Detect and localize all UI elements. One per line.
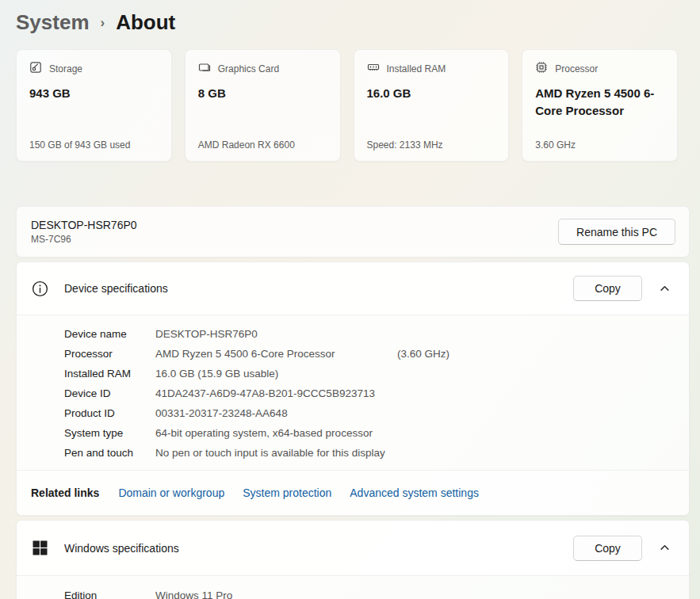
spec-value: DESKTOP-HSR76P0	[155, 328, 258, 340]
info-icon	[31, 280, 48, 297]
device-name-block: DESKTOP-HSR76P0 MS-7C96	[31, 219, 137, 245]
section-title: Device specifications	[64, 282, 573, 295]
spec-label: Installed RAM	[64, 368, 155, 380]
link-advanced-system-settings[interactable]: Advanced system settings	[350, 486, 479, 499]
chevron-up-icon[interactable]	[652, 277, 676, 300]
storage-card: Storage 943 GB 150 GB of 943 GB used	[16, 49, 172, 162]
card-title: Graphics Card	[218, 63, 279, 74]
device-specifications-header[interactable]: Device specifications Copy	[17, 262, 689, 315]
breadcrumb: System › About	[0, 0, 700, 36]
spec-row-edition: Edition Windows 11 Pro	[17, 586, 689, 599]
spec-label: Device ID	[64, 387, 155, 399]
spec-label: Edition	[64, 589, 155, 599]
card-value: 16.0 GB	[367, 85, 496, 102]
card-footer: Speed: 2133 MHz	[367, 139, 499, 151]
spec-row-pen-touch: Pen and touch No pen or touch input is a…	[17, 443, 689, 463]
spec-value: 64-bit operating system, x64-based proce…	[155, 427, 373, 439]
copy-windows-specs-button[interactable]: Copy	[573, 536, 642, 561]
spec-label: Processor	[64, 348, 155, 360]
ram-card: Installed RAM 16.0 GB Speed: 2133 MHz	[354, 49, 510, 162]
device-specifications-expander: Device specifications Copy Device name D…	[16, 261, 690, 516]
chevron-up-icon[interactable]	[652, 536, 676, 560]
summary-cards: Storage 943 GB 150 GB of 943 GB used Gra…	[16, 49, 678, 162]
storage-icon	[29, 61, 42, 76]
windows-specifications-header[interactable]: Windows specifications Copy	[17, 521, 689, 575]
rename-pc-button[interactable]: Rename this PC	[558, 219, 675, 245]
card-title: Processor	[555, 63, 598, 74]
spec-value: 41DA2437-A6D9-47A8-B201-9CCC5B923713	[155, 387, 375, 399]
device-model: MS-7C96	[31, 234, 137, 245]
card-footer: 150 GB of 943 GB used	[29, 139, 162, 151]
spec-label: System type	[64, 427, 155, 439]
spec-row-device-id: Device ID 41DA2437-A6D9-47A8-B201-9CCC5B…	[17, 383, 689, 403]
cpu-icon	[535, 61, 548, 76]
spec-value: 00331-20317-23248-AA648	[155, 407, 288, 419]
card-footer: 3.60 GHz	[535, 139, 667, 151]
spec-value: AMD Ryzen 5 4500 6-Core Processor	[155, 348, 335, 360]
spec-row-device-name: Device name DESKTOP-HSR76P0	[17, 324, 689, 344]
link-domain-or-workgroup[interactable]: Domain or workgroup	[118, 486, 224, 499]
windows-specifications-expander: Windows specifications Copy Edition Wind…	[16, 520, 690, 599]
related-links-row: Related links Domain or workgroup System…	[17, 470, 689, 515]
windows-logo-icon	[31, 540, 48, 557]
card-title: Storage	[49, 63, 82, 74]
spec-value: No pen or touch input is available for t…	[155, 447, 385, 459]
device-name-card: DESKTOP-HSR76P0 MS-7C96 Rename this PC	[16, 206, 690, 258]
card-value: 8 GB	[198, 85, 327, 102]
page-title: About	[116, 10, 175, 35]
spec-value: Windows 11 Pro	[155, 589, 232, 599]
spec-label: Product ID	[64, 407, 155, 419]
spec-row-system-type: System type 64-bit operating system, x64…	[17, 423, 689, 443]
device-name: DESKTOP-HSR76P0	[31, 219, 137, 231]
card-footer: AMD Radeon RX 6600	[198, 139, 331, 151]
breadcrumb-system[interactable]: System	[16, 10, 90, 35]
spec-extra: (3.60 GHz)	[397, 348, 449, 360]
spec-label: Pen and touch	[64, 447, 155, 459]
ram-icon	[367, 61, 380, 76]
graphics-card: Graphics Card 8 GB AMD Radeon RX 6600	[185, 49, 341, 162]
device-specs-table: Device name DESKTOP-HSR76P0 Processor AM…	[17, 315, 689, 470]
card-title: Installed RAM	[387, 63, 446, 74]
gpu-icon	[198, 61, 211, 76]
section-title: Windows specifications	[64, 542, 573, 555]
device-specifications-body: Device name DESKTOP-HSR76P0 Processor AM…	[17, 315, 689, 515]
windows-specifications-body: Edition Windows 11 Pro	[17, 575, 689, 599]
spec-row-processor: Processor AMD Ryzen 5 4500 6-Core Proces…	[17, 344, 689, 364]
card-value: AMD Ryzen 5 4500 6-Core Processor	[535, 85, 664, 120]
spec-value: 16.0 GB (15.9 GB usable)	[155, 368, 278, 380]
spec-row-product-id: Product ID 00331-20317-23248-AA648	[17, 403, 689, 423]
spec-label: Device name	[64, 328, 155, 340]
related-links-label: Related links	[31, 486, 99, 499]
processor-card: Processor AMD Ryzen 5 4500 6-Core Proces…	[522, 49, 678, 162]
breadcrumb-separator-icon: ›	[101, 13, 105, 31]
copy-device-specs-button[interactable]: Copy	[573, 276, 642, 301]
link-system-protection[interactable]: System protection	[243, 486, 331, 499]
spec-row-installed-ram: Installed RAM 16.0 GB (15.9 GB usable)	[17, 364, 689, 383]
card-value: 943 GB	[29, 85, 159, 102]
